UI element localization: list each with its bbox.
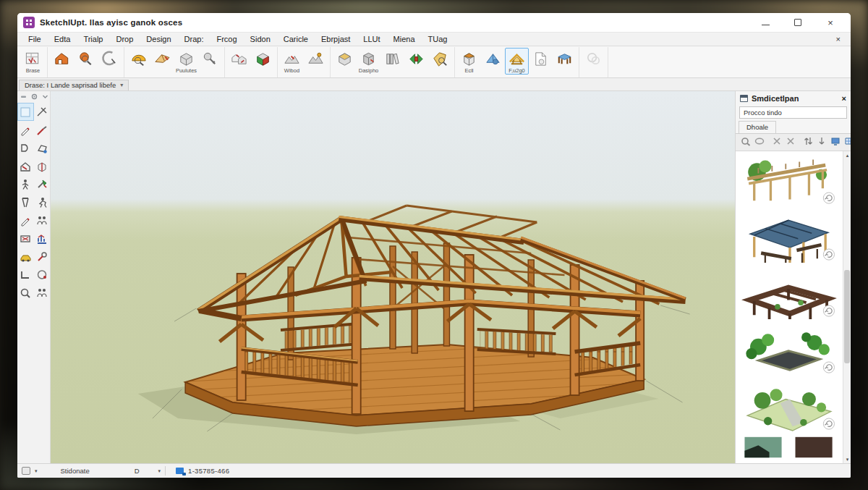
style-chevron-icon[interactable]: ▾ — [158, 468, 161, 474]
scene-tab-strip: Drase: I Lande saprisad libefe ▾ — [17, 78, 851, 91]
document-close-icon[interactable]: × — [830, 35, 846, 43]
gear-icon[interactable] — [30, 90, 38, 104]
pergola-frame-icon[interactable]: F,u2g0 — [505, 48, 529, 75]
menu-bar: × FileEdtaTrialpDropDesignDrap:FrcogSido… — [17, 32, 851, 46]
pencil-tool[interactable] — [17, 121, 34, 139]
paint-inspect-icon[interactable] — [74, 48, 98, 69]
panel-scrollbar[interactable]: ▴ ▾ — [843, 151, 851, 463]
menu-item-miena[interactable]: Miena — [387, 34, 422, 44]
title-bar: SketchlUpt. llas ayisc ganok osces × — [17, 13, 851, 32]
arc-shape-tool[interactable] — [17, 139, 34, 157]
house-tool-icon[interactable] — [50, 48, 74, 69]
clear-icon-1[interactable] — [772, 136, 782, 149]
dimension-tool[interactable] — [17, 211, 34, 229]
wedge-tool-icon[interactable] — [150, 48, 174, 69]
chevron-icon[interactable] — [41, 90, 49, 104]
minimize-button[interactable] — [762, 20, 770, 25]
sketchup-app-icon — [23, 17, 35, 28]
followme-tool[interactable] — [34, 175, 51, 193]
vehicle-tool[interactable] — [17, 248, 34, 266]
component-deck-frame[interactable] — [736, 264, 843, 321]
materials-cube-icon[interactable] — [251, 48, 275, 69]
page-icon[interactable] — [529, 48, 553, 69]
freehand-tool[interactable] — [34, 121, 51, 139]
scrollbar-thumb[interactable] — [844, 270, 850, 363]
arc-tool-icon[interactable] — [98, 48, 122, 69]
select-tool[interactable] — [17, 103, 34, 121]
tent-icon[interactable] — [481, 48, 505, 69]
clear-icon-2[interactable] — [786, 136, 796, 149]
library-books-icon[interactable] — [380, 48, 404, 69]
component-pergola-vines[interactable] — [736, 151, 843, 208]
table-icon[interactable] — [553, 48, 576, 69]
rotate-tool[interactable] — [34, 248, 51, 266]
view-large-icon[interactable] — [830, 136, 841, 149]
zoom-tool[interactable] — [17, 284, 34, 302]
pushpull-tool[interactable] — [34, 157, 51, 175]
panel-title: Smdicetlpan — [752, 94, 799, 103]
menu-item-drop[interactable]: Drop — [109, 34, 140, 44]
pushpull-cube-icon[interactable]: Puulutes — [174, 48, 198, 75]
key-inspect-icon[interactable] — [198, 48, 222, 69]
walk-tool[interactable] — [17, 175, 34, 193]
houses-pair-icon[interactable] — [227, 48, 251, 69]
swap-arrows-icon[interactable] — [404, 48, 428, 69]
geo-chevron-icon[interactable]: ▾ — [35, 468, 38, 474]
close-button[interactable]: × — [826, 18, 835, 27]
zoom-lens-icon[interactable] — [741, 136, 751, 149]
terrain-icon[interactable]: Wibod — [280, 48, 304, 75]
scene-tab[interactable]: Drase: I Lande saprisad libefe ▾ — [19, 80, 129, 90]
helmet-inspect-icon[interactable] — [127, 48, 150, 69]
component-tropical-planter[interactable] — [736, 321, 843, 377]
protractor-tool[interactable] — [17, 266, 34, 284]
component-search-input[interactable]: Procco tindo — [739, 106, 847, 119]
menu-item-design[interactable]: Design — [140, 34, 177, 44]
section-plane-tool[interactable] — [17, 229, 34, 248]
lasso-tool[interactable] — [34, 103, 51, 121]
position-tool[interactable] — [34, 193, 51, 211]
building-icon[interactable]: Dasipho — [357, 48, 380, 75]
menu-item-ebrpjast[interactable]: Ebrpjast — [315, 34, 357, 44]
polygon-tool[interactable] — [34, 139, 51, 157]
menu-item-trialp[interactable]: Trialp — [77, 34, 109, 44]
terrain-sun-icon[interactable] — [304, 48, 328, 69]
menu-item-sidon[interactable]: Sidon — [244, 34, 277, 44]
tag-inspect-icon[interactable] — [428, 48, 452, 69]
menu-item-caricle[interactable]: Caricle — [277, 34, 315, 44]
measurements-value[interactable]: 1-35785-466 — [188, 467, 229, 475]
style-value[interactable]: D — [135, 467, 140, 475]
sort-updown-icon[interactable] — [803, 136, 813, 149]
panel-tab-select[interactable]: Dhoale — [739, 121, 776, 133]
scroll-down-icon[interactable]: ▾ — [843, 455, 851, 463]
scroll-up-icon[interactable]: ▴ — [843, 151, 851, 159]
menu-item-file[interactable]: File — [22, 34, 48, 44]
material-swatches[interactable] — [736, 434, 843, 461]
model-viewport[interactable] — [51, 91, 735, 463]
oval-select-icon[interactable] — [754, 136, 765, 149]
menu-item-frcog[interactable]: Frcog — [210, 34, 243, 44]
menu-item-llut[interactable]: LLUt — [357, 34, 386, 44]
component-cube-icon[interactable] — [333, 48, 357, 69]
open-box-icon-label: Ecll — [464, 68, 473, 74]
app-window: SketchlUpt. llas ayisc ganok osces × × F… — [17, 13, 851, 478]
sort-down-icon[interactable] — [817, 136, 827, 149]
collapse-icon[interactable] — [20, 90, 27, 104]
panel-close-icon[interactable]: × — [842, 94, 846, 103]
maximize-button[interactable] — [794, 19, 801, 26]
menu-item-drap[interactable]: Drap: — [178, 34, 210, 44]
axes-chart-tool[interactable] — [34, 229, 51, 248]
crowd-tool[interactable] — [34, 284, 51, 302]
component-pavilion-blue-roof[interactable] — [736, 208, 843, 264]
tape-measure-tool[interactable] — [17, 193, 34, 211]
view-grid-icon[interactable] — [844, 136, 851, 149]
scene-tab-chevron-icon[interactable]: ▾ — [120, 82, 123, 88]
menu-item-tuag[interactable]: TUag — [422, 34, 454, 44]
status-context-label: Stidonate — [61, 467, 90, 475]
circle-tool[interactable] — [34, 266, 51, 284]
erase-window-icon[interactable]: Brase — [21, 48, 45, 75]
people-tool[interactable] — [34, 211, 51, 229]
open-box-icon[interactable]: Ecll — [457, 48, 481, 75]
menu-item-edta[interactable]: Edta — [48, 34, 77, 44]
rect-house-tool[interactable] — [17, 157, 34, 175]
geolocation-icon[interactable] — [22, 467, 30, 475]
